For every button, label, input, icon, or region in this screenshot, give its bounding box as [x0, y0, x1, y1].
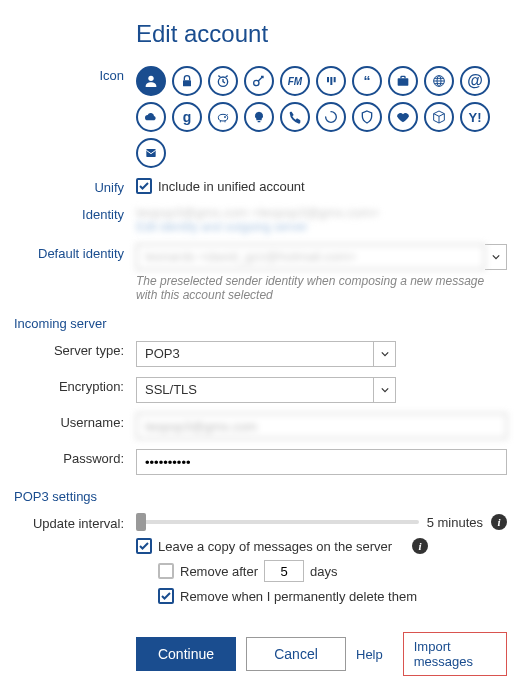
server-type-label: Server type:	[14, 341, 136, 358]
slider-thumb[interactable]	[136, 513, 146, 531]
key-icon[interactable]	[244, 66, 274, 96]
encryption-select[interactable]: SSL/TLS	[136, 377, 374, 403]
pop3-settings-header: POP3 settings	[14, 489, 507, 504]
alarm-icon[interactable]	[208, 66, 238, 96]
mastodon-icon[interactable]	[316, 66, 346, 96]
icon-grid: FM “ @ g Y!	[136, 66, 496, 168]
svg-rect-1	[183, 80, 191, 86]
info-icon[interactable]: i	[491, 514, 507, 530]
fm-icon[interactable]: FM	[280, 66, 310, 96]
default-identity-label: Default identity	[14, 244, 136, 261]
briefcase-icon[interactable]	[388, 66, 418, 96]
remove-delete-label: Remove when I permanently delete them	[180, 589, 417, 604]
svg-point-3	[254, 80, 259, 85]
update-interval-slider[interactable]	[136, 520, 419, 524]
incoming-server-header: Incoming server	[14, 316, 507, 331]
remove-delete-checkbox[interactable]	[158, 588, 174, 604]
remove-after-label-before: Remove after	[180, 564, 258, 579]
at-icon[interactable]: @	[460, 66, 490, 96]
globe-icon[interactable]	[424, 66, 454, 96]
cloud-icon[interactable]	[136, 102, 166, 132]
page-title: Edit account	[136, 20, 507, 48]
remove-after-days-input[interactable]	[264, 560, 304, 582]
continue-button[interactable]: Continue	[136, 637, 236, 671]
phone-icon[interactable]	[280, 102, 310, 132]
cancel-button[interactable]: Cancel	[246, 637, 346, 671]
chevron-down-icon[interactable]	[485, 244, 507, 270]
chevron-down-icon[interactable]	[374, 341, 396, 367]
info-icon[interactable]: i	[412, 538, 428, 554]
encryption-label: Encryption:	[14, 377, 136, 394]
yahoo-icon[interactable]: Y!	[460, 102, 490, 132]
svg-rect-9	[146, 149, 155, 157]
leave-copy-checkbox[interactable]	[136, 538, 152, 554]
piggy-icon[interactable]	[208, 102, 238, 132]
edit-identity-link[interactable]: Edit identity and outgoing server	[136, 220, 507, 234]
leave-copy-label: Leave a copy of messages on the server	[158, 539, 392, 554]
lock-icon[interactable]	[172, 66, 202, 96]
import-messages-link[interactable]: Import messages	[403, 632, 507, 676]
interval-value: 5 minutes	[427, 515, 483, 530]
google-icon[interactable]: g	[172, 102, 202, 132]
default-identity-hint: The preselected sender identity when com…	[136, 274, 507, 302]
quotes-icon[interactable]: “	[352, 66, 382, 96]
remove-after-checkbox[interactable]	[158, 563, 174, 579]
cube-icon[interactable]	[424, 102, 454, 132]
default-identity-select[interactable]: leonardo <david_gzz@hotmail.com>	[136, 244, 485, 270]
identity-value: leopop3@gmx.com <leopop3@gmx.com>	[136, 205, 507, 220]
help-link[interactable]: Help	[356, 647, 383, 662]
shield-icon[interactable]	[352, 102, 382, 132]
username-input[interactable]	[136, 413, 507, 439]
outlook-icon[interactable]	[136, 138, 166, 168]
chevron-down-icon[interactable]	[374, 377, 396, 403]
remove-after-label-after: days	[310, 564, 337, 579]
unify-text: Include in unified account	[158, 179, 305, 194]
svg-point-0	[148, 76, 153, 81]
username-label: Username:	[14, 413, 136, 430]
spinner-icon[interactable]	[316, 102, 346, 132]
person-icon[interactable]	[136, 66, 166, 96]
password-label: Password:	[14, 449, 136, 466]
svg-rect-4	[398, 78, 409, 85]
svg-point-8	[224, 116, 225, 117]
icon-label: Icon	[14, 66, 136, 83]
server-type-select[interactable]: POP3	[136, 341, 374, 367]
bulb-icon[interactable]	[244, 102, 274, 132]
password-input[interactable]	[136, 449, 507, 475]
identity-label: Identity	[14, 205, 136, 222]
unify-label: Unify	[14, 178, 136, 195]
heart-icon[interactable]	[388, 102, 418, 132]
update-interval-label: Update interval:	[14, 514, 136, 531]
unify-checkbox[interactable]	[136, 178, 152, 194]
